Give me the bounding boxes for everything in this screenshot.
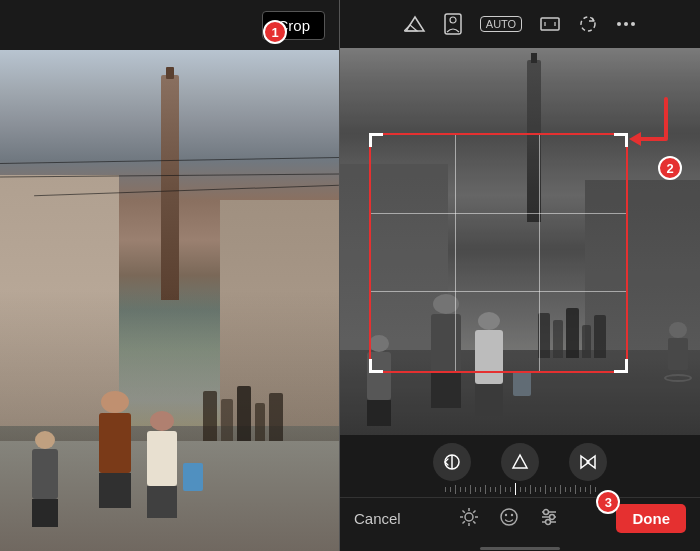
ruler-center-tick: [515, 483, 516, 495]
svg-point-6: [617, 22, 621, 26]
svg-point-30: [549, 514, 554, 519]
more-toolbar-icon[interactable]: [616, 21, 636, 27]
landscape-button[interactable]: [501, 443, 539, 481]
svg-point-24: [501, 509, 517, 525]
svg-marker-9: [629, 132, 641, 146]
svg-point-3: [450, 17, 456, 23]
left-panel: 1 Crop: [0, 0, 340, 551]
svg-marker-14: [587, 456, 595, 468]
mountain-toolbar-icon[interactable]: [404, 15, 426, 33]
person-center-right: [426, 294, 466, 404]
person-center: [95, 391, 135, 501]
right-panel: AUTO: [340, 0, 700, 551]
aspect-toolbar-icon[interactable]: [540, 15, 560, 33]
tote-bag-right: [513, 371, 531, 396]
done-button-wrap: 3 Done: [616, 504, 686, 533]
svg-line-22: [473, 510, 475, 512]
rotate-toolbar-icon[interactable]: [578, 14, 598, 34]
right-bottom-controls: Cancel: [340, 435, 700, 545]
home-bar: [480, 547, 560, 550]
svg-point-25: [504, 513, 506, 515]
person-left-right: [362, 335, 397, 420]
portrait-toolbar-icon[interactable]: [444, 13, 462, 35]
red-arrow: [621, 94, 671, 154]
tower-left: [161, 75, 179, 300]
bottom-icons-row: [433, 443, 607, 481]
ruler-strip[interactable]: [340, 481, 700, 497]
cyclist: [663, 322, 693, 377]
tick: [445, 487, 446, 492]
person-left: [27, 431, 62, 521]
svg-point-15: [465, 513, 473, 521]
svg-point-28: [543, 509, 548, 514]
tower-right: [527, 60, 541, 223]
cancel-button[interactable]: Cancel: [354, 510, 401, 527]
flip-button[interactable]: [433, 443, 471, 481]
svg-point-26: [510, 513, 512, 515]
tote-bag: [183, 463, 203, 491]
right-toolbar: AUTO: [340, 0, 700, 48]
left-image-area: [0, 50, 339, 551]
svg-line-21: [473, 521, 475, 523]
reflect-button[interactable]: [569, 443, 607, 481]
svg-point-32: [545, 519, 550, 524]
adjust-icon[interactable]: [539, 507, 559, 531]
crowd-group: [203, 381, 303, 441]
action-icons-center: [459, 507, 559, 531]
street-scene-left: [0, 50, 339, 551]
bottom-action-bar: Cancel: [340, 497, 700, 539]
svg-point-7: [624, 22, 628, 26]
done-button[interactable]: Done: [616, 504, 686, 533]
person-right: [142, 411, 182, 511]
crowd-right: [538, 303, 628, 358]
svg-rect-4: [541, 18, 559, 30]
svg-line-20: [462, 510, 464, 512]
svg-line-23: [462, 521, 464, 523]
auto-toolbar-button[interactable]: AUTO: [480, 16, 522, 32]
svg-marker-12: [513, 455, 527, 468]
right-image-area: 2: [340, 48, 700, 435]
ruler-ticks: [348, 483, 692, 495]
face-icon[interactable]: [499, 507, 519, 531]
left-toolbar: 1 Crop: [0, 0, 339, 50]
person-right-right: [470, 312, 508, 412]
brightness-icon[interactable]: [459, 507, 479, 531]
home-indicator: [340, 545, 700, 551]
step-badge-1: 1: [263, 20, 287, 44]
svg-point-8: [631, 22, 635, 26]
